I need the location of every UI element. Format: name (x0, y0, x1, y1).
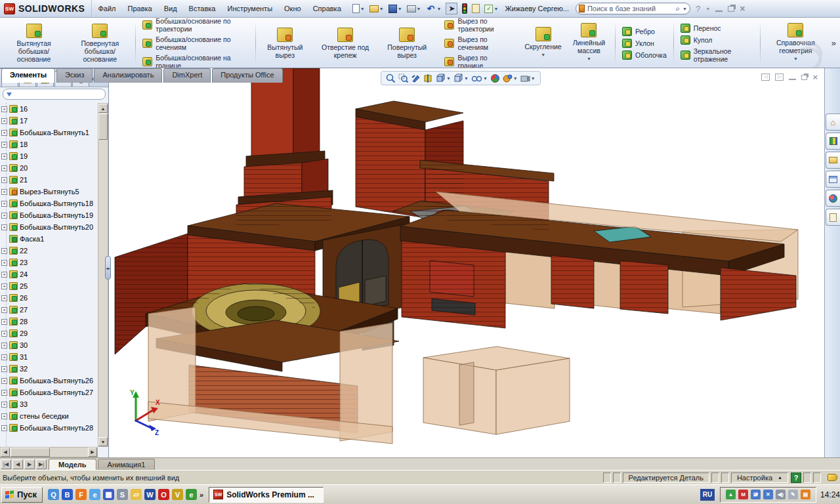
view-settings-dropdown-icon[interactable]: ▼ (513, 76, 518, 81)
expand-plus-icon[interactable]: + (1, 130, 7, 136)
expand-plus-icon[interactable]: + (1, 189, 7, 195)
menu-Вид[interactable]: Вид (158, 5, 183, 12)
expand-plus-icon[interactable]: + (1, 260, 7, 266)
rebuild-traffic-light-button[interactable] (461, 2, 469, 15)
view-palette-button[interactable] (826, 171, 840, 188)
view-orientation-dropdown-icon[interactable]: ▼ (446, 76, 451, 81)
tab-Продукты Office[interactable]: Продукты Office (212, 68, 282, 83)
menu-Вставка[interactable]: Вставка (183, 5, 222, 12)
new-document-dropdown-icon[interactable]: ▼ (360, 7, 365, 11)
linear-pattern-dropdown-icon[interactable]: ▼ (587, 55, 591, 63)
restore-button[interactable] (728, 6, 734, 12)
tree-item[interactable]: +Бобышка-Вытянуть26 (1, 375, 98, 387)
prev-sheet-icon[interactable]: ◀ (12, 459, 23, 469)
tree-item[interactable]: +30 (1, 339, 98, 351)
boundary-boss-button[interactable]: Бобышка/основание на границе (140, 53, 251, 69)
system-icon[interactable]: S (117, 489, 128, 500)
quick-launch-overflow-icon[interactable]: » (200, 491, 203, 499)
knowledge-search-input[interactable]: Поиск в базе знаний ⌕ ▼ (576, 3, 690, 14)
firefox-icon[interactable]: F (75, 489, 87, 500)
tree-item[interactable]: +22 (1, 245, 98, 257)
design-library-button[interactable] (826, 133, 840, 150)
tree-item[interactable]: +18 (1, 138, 98, 150)
scroll-up-icon[interactable]: ▲ (98, 104, 108, 113)
messenger-icon[interactable]: Q (48, 489, 59, 500)
section-view-icon[interactable] (423, 73, 434, 84)
swept-boss-button[interactable]: Бобышка/основание по траектории (140, 18, 251, 33)
hide-show-items-icon[interactable]: ▼ (471, 73, 488, 84)
extruded-boss-button[interactable]: Вытянутая бобышка/основание (1, 22, 66, 64)
help-icon[interactable]: ? (696, 4, 700, 14)
expand-plus-icon[interactable]: + (1, 106, 7, 112)
hole-wizard-button[interactable]: Отверстие под крепеж (312, 26, 378, 60)
tree-item[interactable]: +16 (1, 103, 98, 115)
expand-plus-icon[interactable]: + (1, 402, 7, 408)
word-icon[interactable]: W (144, 489, 156, 500)
display-style-dropdown-icon[interactable]: ▼ (464, 76, 469, 81)
tree-item[interactable]: +17 (1, 115, 98, 127)
tab-Анализировать[interactable]: Анализировать (94, 68, 162, 83)
apply-scene-icon[interactable] (490, 73, 501, 84)
solidworks-resources-button[interactable]: ⌂ (826, 114, 840, 131)
expand-plus-icon[interactable]: + (1, 272, 7, 278)
ribbon-overflow-icon[interactable]: » (829, 38, 839, 48)
extruded-cut-button[interactable]: Вытянутый вырез (258, 26, 312, 60)
tree-item[interactable]: +Бобышка-Вытянуть1 (1, 127, 98, 138)
save-dropdown-icon[interactable]: ▼ (398, 7, 402, 11)
previous-document-icon[interactable]: ◁ (761, 74, 770, 81)
fillet-dropdown-icon[interactable]: ▼ (541, 51, 545, 59)
network-icon[interactable]: 🖳 (751, 490, 761, 499)
save-button[interactable]: ▼ (387, 3, 404, 14)
camera-dropdown-icon[interactable]: ▼ (531, 76, 536, 81)
file-explorer-button[interactable] (826, 152, 840, 169)
menu-Файл[interactable]: Файл (92, 5, 121, 12)
zoom-to-fit-icon[interactable] (385, 73, 396, 84)
vertical-scroll-thumb[interactable] (98, 114, 108, 140)
first-sheet-icon[interactable]: |◀ (1, 459, 11, 469)
move-button[interactable]: Перенос (679, 23, 756, 33)
linear-pattern-button[interactable]: Линейный массив▼ (565, 22, 613, 64)
view-settings-icon[interactable]: ▼ (502, 73, 518, 84)
tree-item[interactable]: +24 (1, 268, 98, 280)
zoom-to-area-icon[interactable] (398, 73, 409, 84)
tree-item[interactable]: +25 (1, 280, 98, 292)
tree-item[interactable]: +32 (1, 363, 98, 375)
last-sheet-icon[interactable]: ▶| (36, 459, 47, 469)
expand-plus-icon[interactable]: + (1, 213, 7, 219)
rib-button[interactable]: Ребро (620, 26, 669, 37)
expand-plus-icon[interactable]: + (1, 165, 7, 171)
expand-plus-icon[interactable]: + (1, 224, 7, 230)
tree-item[interactable]: +20 (1, 162, 98, 174)
mirror-button[interactable]: Зеркальное отражение (679, 47, 756, 64)
tree-item[interactable]: +21 (1, 174, 98, 186)
file-properties-button[interactable] (471, 3, 481, 14)
document-restore-icon[interactable] (801, 75, 807, 80)
next-document-icon[interactable]: ▷ (775, 74, 784, 81)
expand-plus-icon[interactable]: + (1, 425, 7, 431)
tree-item[interactable]: +27 (1, 304, 98, 316)
menu-Инструменты[interactable]: Инструменты (221, 5, 278, 12)
draft-button[interactable]: Уклон (620, 38, 669, 49)
expand-plus-icon[interactable]: + (1, 390, 7, 396)
feature-filter-input[interactable] (3, 89, 106, 100)
lofted-cut-button[interactable]: Вырез по сечениям (442, 35, 514, 52)
volume-icon[interactable]: ◀) (776, 490, 786, 499)
expand-plus-icon[interactable]: + (1, 319, 7, 325)
expand-plus-icon[interactable]: + (1, 366, 7, 372)
view-orientation-icon[interactable]: ▼ (435, 73, 452, 84)
fillet-button[interactable]: Скругление▼ (521, 26, 564, 60)
windows-grid-icon[interactable]: ▦ (103, 489, 114, 500)
expand-plus-icon[interactable]: + (1, 284, 7, 289)
internet-explorer-icon[interactable]: e (89, 489, 100, 500)
graphics-area[interactable]: Y X Z ▼▼▼▼▼ ◁ ▷ × (109, 68, 824, 457)
expand-plus-icon[interactable]: + (1, 307, 7, 313)
tree-item[interactable]: +31 (1, 351, 98, 363)
folder-icon[interactable]: ▱ (131, 489, 142, 500)
tree-item[interactable]: +стены беседки (1, 410, 98, 422)
taskbar-task-solidworks[interactable]: SW SolidWorks Premium ... (209, 487, 324, 503)
expand-plus-icon[interactable]: + (1, 343, 7, 348)
document-minimize-icon[interactable] (789, 74, 796, 80)
open-dropdown-icon[interactable]: ▼ (379, 7, 384, 11)
options-list-dropdown-icon[interactable]: ▼ (494, 7, 498, 11)
revolved-cut-button[interactable]: Повернутый вырез (379, 26, 436, 60)
